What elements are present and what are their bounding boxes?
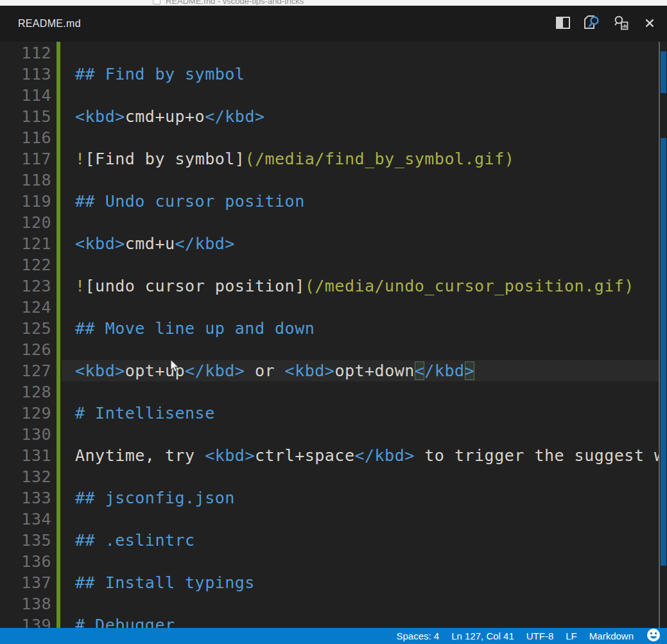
line-number: 136: [0, 551, 51, 572]
code-text: ## Undo cursor position: [51, 191, 659, 212]
feedback-smiley-button[interactable]: [646, 628, 661, 644]
overview-ruler[interactable]: [659, 42, 667, 628]
status-cursor-position[interactable]: Ln 127, Col 41: [451, 631, 514, 641]
code-line-132[interactable]: 132: [0, 466, 667, 487]
status-encoding[interactable]: UTF-8: [526, 631, 554, 641]
tab-title[interactable]: README.md: [18, 18, 81, 30]
code-text: <kbd>opt+up</kbd> or <kbd>opt+down</kbd>: [51, 360, 659, 381]
code-text: # Debugger: [51, 614, 659, 628]
markdown-preview-icon: [584, 15, 600, 32]
line-number: 119: [0, 191, 51, 212]
code-text: <kbd>cmd+up+o</kbd>: [51, 106, 659, 127]
macos-titlebar: README.md - vscode-tips-and-tricks: [0, 0, 667, 6]
editor-actions: [555, 6, 658, 42]
line-number: 126: [0, 339, 51, 360]
line-number: 122: [0, 254, 51, 275]
code-line-122[interactable]: 122: [0, 254, 667, 275]
line-number: 113: [0, 64, 51, 85]
code-line-112[interactable]: 112: [0, 42, 667, 64]
line-number: 137: [0, 572, 51, 593]
line-number: 125: [0, 318, 51, 339]
preview-side-icon: [614, 15, 628, 32]
code-text: ## .eslintrc: [51, 530, 659, 551]
line-number: 131: [0, 445, 51, 466]
editor[interactable]: 112113## Find by symbol114115<kbd>cmd+up…: [0, 42, 667, 628]
overview-decoration-bar: [661, 51, 666, 93]
code-text: ![undo cursor position](/media/undo_curs…: [51, 275, 659, 297]
code-line-128[interactable]: 128: [0, 381, 667, 403]
window-title: README.md - vscode-tips-and-tricks: [166, 0, 304, 6]
line-number: 127: [0, 360, 51, 381]
line-number: 117: [0, 148, 51, 170]
code-line-116[interactable]: 116: [0, 127, 667, 148]
code-line-126[interactable]: 126: [0, 339, 667, 360]
code-text: <kbd>cmd+u</kbd>: [51, 233, 659, 254]
code-line-113[interactable]: 113## Find by symbol: [0, 64, 667, 85]
code-text: ## jsconfig.json: [51, 487, 659, 509]
code-text: Anytime, try <kbd>ctrl+space</kbd> to tr…: [51, 445, 659, 466]
line-number: 135: [0, 530, 51, 551]
status-indentation[interactable]: Spaces: 4: [396, 631, 439, 641]
code-line-138[interactable]: 138: [0, 593, 667, 614]
line-number: 116: [0, 127, 51, 148]
code-lines: 112113## Find by symbol114115<kbd>cmd+up…: [0, 42, 667, 628]
line-number: 129: [0, 403, 51, 424]
code-text: ## Find by symbol: [51, 64, 659, 85]
code-line-123[interactable]: 123![undo cursor position](/media/undo_c…: [0, 275, 667, 297]
code-line-127[interactable]: 127<kbd>opt+up</kbd> or <kbd>opt+down</k…: [0, 360, 667, 381]
code-line-130[interactable]: 130: [0, 424, 667, 445]
code-text: # Intellisense: [51, 403, 659, 424]
editor-title-bar: README.md: [0, 6, 667, 42]
status-language-mode[interactable]: Markdown: [589, 631, 634, 641]
line-number: 139: [0, 614, 51, 628]
code-line-115[interactable]: 115<kbd>cmd+up+o</kbd>: [0, 106, 667, 127]
code-line-129[interactable]: 129# Intellisense: [0, 403, 667, 424]
line-number: 134: [0, 509, 51, 530]
code-line-125[interactable]: 125## Move line up and down: [0, 318, 667, 339]
line-number: 132: [0, 466, 51, 487]
split-editor-icon: [556, 17, 570, 31]
editor-right-border: [659, 42, 660, 628]
line-number: 133: [0, 487, 51, 509]
git-gutter-added-indicator: [56, 42, 60, 628]
mouse-cursor-icon: [170, 359, 180, 373]
line-number: 138: [0, 593, 51, 614]
code-line-135[interactable]: 135## .eslintrc: [0, 530, 667, 551]
code-line-118[interactable]: 118: [0, 170, 667, 191]
line-number: 114: [0, 85, 51, 106]
code-line-136[interactable]: 136: [0, 551, 667, 572]
overview-decoration-bar: [661, 138, 666, 566]
open-preview-side-button[interactable]: [612, 15, 629, 32]
code-line-133[interactable]: 133## jsconfig.json: [0, 487, 667, 509]
vscode-window: README.md - vscode-tips-and-tricks READM…: [0, 0, 667, 644]
code-line-117[interactable]: 117![Find by symbol](/media/find_by_symb…: [0, 148, 667, 170]
line-number: 123: [0, 275, 51, 297]
status-bar: Spaces: 4 Ln 127, Col 41 UTF-8 LF Markdo…: [0, 628, 667, 644]
open-preview-button[interactable]: [584, 15, 600, 32]
code-line-134[interactable]: 134: [0, 509, 667, 530]
code-line-139[interactable]: 139# Debugger: [0, 614, 667, 628]
line-number: 112: [0, 42, 51, 64]
code-line-124[interactable]: 124: [0, 297, 667, 318]
code-text: ![Find by symbol](/media/find_by_symbol.…: [51, 148, 659, 170]
code-text: ## Install typings: [51, 572, 659, 593]
code-line-120[interactable]: 120: [0, 212, 667, 233]
line-number: 130: [0, 424, 51, 445]
split-editor-button[interactable]: [555, 15, 571, 32]
code-line-114[interactable]: 114: [0, 85, 667, 106]
line-number: 128: [0, 381, 51, 403]
line-number: 115: [0, 106, 51, 127]
document-icon: [153, 0, 160, 4]
status-eol[interactable]: LF: [566, 631, 577, 641]
code-line-119[interactable]: 119## Undo cursor position: [0, 191, 667, 212]
code-text: ## Move line up and down: [51, 318, 659, 339]
close-editor-button[interactable]: [641, 15, 658, 32]
line-number: 118: [0, 170, 51, 191]
code-line-131[interactable]: 131Anytime, try <kbd>ctrl+space</kbd> to…: [0, 445, 667, 466]
code-line-121[interactable]: 121<kbd>cmd+u</kbd>: [0, 233, 667, 254]
close-icon: [645, 19, 654, 30]
smiley-icon: [646, 628, 661, 644]
line-number: 120: [0, 212, 51, 233]
line-number: 121: [0, 233, 51, 254]
code-line-137[interactable]: 137## Install typings: [0, 572, 667, 593]
